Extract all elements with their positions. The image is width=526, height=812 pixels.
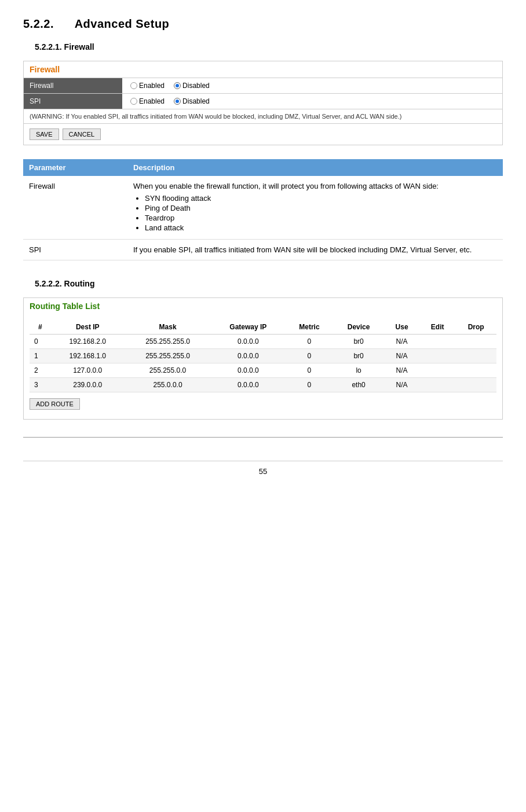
firewall-desc-row: Firewall When you enable the firewall fu… (23, 176, 503, 240)
routing-cell-1: 192.168.2.0 (50, 335, 125, 349)
spi-desc-cell: If you enable SPI, all traffics initiate… (127, 240, 503, 260)
add-route-button[interactable]: ADD ROUTE (30, 398, 80, 410)
routing-cell-6: N/A (384, 349, 419, 363)
routing-cell-5: br0 (333, 349, 384, 363)
col-metric: Metric (286, 320, 334, 335)
spi-label: SPI (24, 94, 122, 109)
bullet-ping: Ping of Death (145, 204, 497, 212)
routing-cell-7[interactable] (419, 363, 455, 378)
routing-cell-8[interactable] (455, 363, 496, 378)
routing-header-row: # Dest IP Mask Gateway IP Metric Device … (30, 320, 496, 335)
routing-box: Routing Table List # Dest IP Mask Gatewa… (23, 297, 503, 420)
routing-cell-3: 0.0.0.0 (211, 378, 286, 392)
routing-table-row: 0192.168.2.0255.255.255.00.0.0.00br0N/A (30, 335, 496, 349)
spi-disabled-option[interactable]: Disabled (174, 97, 210, 105)
routing-cell-1: 239.0.0.0 (50, 378, 125, 392)
param-header: Parameter (23, 159, 127, 176)
spi-enabled-option[interactable]: Enabled (130, 97, 165, 105)
firewall-enabled-option[interactable]: Enabled (130, 82, 165, 90)
firewall-disabled-radio[interactable] (174, 82, 181, 89)
col-use: Use (384, 320, 419, 335)
firewall-disabled-label: Disabled (182, 82, 210, 90)
routing-cell-2: 255.0.0.0 (125, 378, 211, 392)
routing-cell-1: 127.0.0.0 (50, 363, 125, 378)
col-device: Device (333, 320, 384, 335)
routing-cell-1: 192.168.1.0 (50, 349, 125, 363)
spi-param-cell: SPI (23, 240, 127, 260)
routing-cell-8[interactable] (455, 349, 496, 363)
add-route-btn-row: ADD ROUTE (30, 398, 496, 410)
firewall-subtitle: 5.2.2.1. Firewall (35, 42, 503, 52)
firewall-box-header: Firewall (24, 61, 502, 78)
routing-table-row: 2127.0.0.0255.255.0.00.0.0.00loN/A (30, 363, 496, 378)
routing-cell-2: 255.255.255.0 (125, 349, 211, 363)
firewall-button-row: SAVE CANCEL (24, 123, 502, 145)
col-edit: Edit (419, 320, 455, 335)
routing-cell-3: 0.0.0.0 (211, 363, 286, 378)
routing-cell-8[interactable] (455, 335, 496, 349)
spi-value: Enabled Disabled (122, 94, 502, 109)
routing-cell-7[interactable] (419, 378, 455, 392)
firewall-enabled-radio[interactable] (130, 82, 137, 89)
routing-cell-4: 0 (286, 335, 334, 349)
desc-header: Description (127, 159, 503, 176)
firewall-desc-intro: When you enable the firewall function, i… (133, 182, 439, 190)
routing-cell-0: 2 (30, 363, 50, 378)
page-number: 55 (23, 461, 503, 476)
col-gateway-ip: Gateway IP (211, 320, 286, 335)
bottom-divider (23, 437, 503, 438)
firewall-desc-cell: When you enable the firewall function, i… (127, 176, 503, 240)
col-dest-ip: Dest IP (50, 320, 125, 335)
routing-cell-5: br0 (333, 335, 384, 349)
routing-cell-6: N/A (384, 363, 419, 378)
spi-disabled-label: Disabled (182, 97, 210, 105)
routing-cell-4: 0 (286, 363, 334, 378)
spi-desc-row: SPI If you enable SPI, all traffics init… (23, 240, 503, 260)
routing-cell-0: 1 (30, 349, 50, 363)
spi-enabled-label: Enabled (139, 97, 165, 105)
spi-desc-intro: If you enable SPI, all traffics initiate… (133, 245, 472, 254)
routing-table-wrapper: # Dest IP Mask Gateway IP Metric Device … (24, 314, 502, 419)
routing-cell-4: 0 (286, 378, 334, 392)
routing-cell-0: 3 (30, 378, 50, 392)
routing-cell-2: 255.255.0.0 (125, 363, 211, 378)
spi-enabled-radio[interactable] (130, 98, 137, 105)
save-button[interactable]: SAVE (30, 128, 59, 140)
routing-cell-0: 0 (30, 335, 50, 349)
bullet-teardrop: Teardrop (145, 214, 497, 222)
col-num: # (30, 320, 50, 335)
firewall-enabled-label: Enabled (139, 82, 165, 90)
spi-row: SPI Enabled Disabled (24, 93, 502, 109)
routing-table-row: 3239.0.0.0255.0.0.00.0.0.00eth0N/A (30, 378, 496, 392)
firewall-value: Enabled Disabled (122, 78, 502, 93)
routing-cell-2: 255.255.255.0 (125, 335, 211, 349)
cancel-button[interactable]: CANCEL (63, 128, 101, 140)
param-desc-table: Parameter Description Firewall When you … (23, 159, 503, 260)
routing-cell-8[interactable] (455, 378, 496, 392)
routing-cell-3: 0.0.0.0 (211, 335, 286, 349)
routing-box-header: Routing Table List (24, 298, 502, 314)
main-title: 5.2.2. Advanced Setup (23, 17, 503, 31)
param-desc-header-row: Parameter Description (23, 159, 503, 176)
routing-cell-5: eth0 (333, 378, 384, 392)
routing-table-row: 1192.168.1.0255.255.255.00.0.0.00br0N/A (30, 349, 496, 363)
spi-disabled-radio[interactable] (174, 98, 181, 105)
routing-subtitle: 5.2.2.2. Routing (35, 279, 503, 288)
bullet-land: Land attack (145, 223, 497, 232)
bullet-syn: SYN flooding attack (145, 194, 497, 203)
routing-cell-7[interactable] (419, 335, 455, 349)
routing-cell-3: 0.0.0.0 (211, 349, 286, 363)
firewall-box: Firewall Firewall Enabled Disabled SPI E… (23, 61, 503, 145)
firewall-label: Firewall (24, 78, 122, 93)
firewall-bullet-list: SYN flooding attack Ping of Death Teardr… (145, 194, 497, 232)
col-mask: Mask (125, 320, 211, 335)
firewall-param-cell: Firewall (23, 176, 127, 240)
routing-cell-6: N/A (384, 378, 419, 392)
routing-table: # Dest IP Mask Gateway IP Metric Device … (30, 320, 496, 392)
firewall-disabled-option[interactable]: Disabled (174, 82, 210, 90)
routing-cell-5: lo (333, 363, 384, 378)
routing-cell-4: 0 (286, 349, 334, 363)
firewall-row: Firewall Enabled Disabled (24, 78, 502, 93)
routing-cell-6: N/A (384, 335, 419, 349)
routing-cell-7[interactable] (419, 349, 455, 363)
